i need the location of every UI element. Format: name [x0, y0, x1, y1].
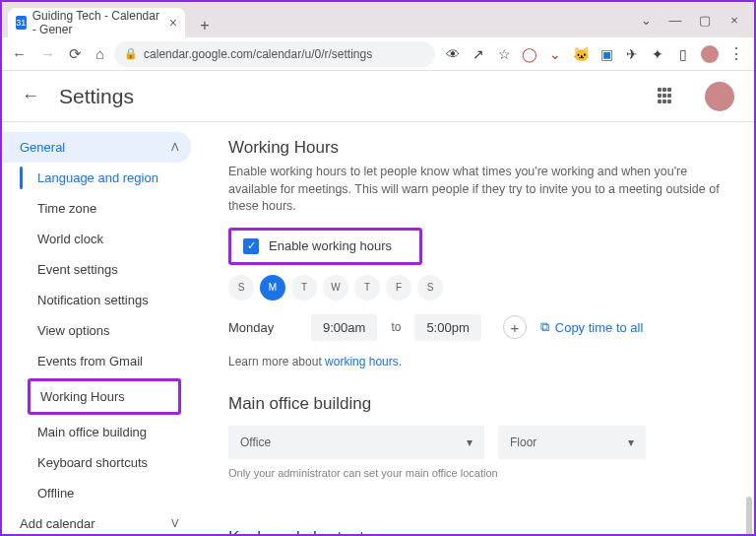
day-tue[interactable]: T [291, 275, 317, 301]
browser-address-bar: ← → ⟳ ⌂ 🔒 calendar.google.com/calendar/u… [2, 37, 754, 71]
day-wed[interactable]: W [323, 275, 348, 301]
day-thu[interactable]: T [354, 275, 380, 301]
extension-icon[interactable]: ▣ [598, 46, 614, 62]
sidebar-label: General [20, 140, 65, 155]
new-tab-button[interactable]: + [193, 14, 217, 37]
chevron-down-icon[interactable]: ⌄ [638, 13, 654, 28]
sidebar-item-keyboard-shortcuts[interactable]: Keyboard shortcuts [2, 447, 191, 478]
settings-main: Working Hours Enable working hours to le… [199, 122, 754, 534]
browser-tab[interactable]: 31 Guiding Tech - Calendar - Gener × [8, 8, 185, 37]
checkbox-label: Enable working hours [269, 238, 392, 253]
dropdown-icon: ▾ [467, 436, 472, 449]
day-picker: S M T W T F S [228, 275, 724, 301]
reload-icon[interactable]: ⟳ [69, 45, 82, 63]
scrollbar-thumb[interactable] [746, 497, 752, 536]
calendar-favicon-icon: 31 [16, 16, 27, 30]
sidebar-item-language[interactable]: Language and region [2, 163, 191, 193]
floor-select[interactable]: Floor ▾ [498, 426, 646, 459]
sidebar-item-event-settings[interactable]: Event settings [2, 254, 191, 285]
eye-icon[interactable]: 👁 [445, 46, 461, 62]
start-time-input[interactable]: 9:00am [311, 314, 377, 341]
sidebar-section-add-calendar[interactable]: Add calendar ᐯ [2, 508, 191, 534]
time-to-label: to [391, 320, 401, 334]
star-icon[interactable]: ☆ [496, 46, 512, 62]
enable-working-hours-checkbox[interactable]: ✓ Enable working hours [233, 233, 402, 260]
end-time-input[interactable]: 5:00pm [414, 314, 480, 341]
pocket-extension-icon[interactable]: ⌄ [547, 46, 563, 62]
sidebar-item-offline[interactable]: Offline [2, 478, 191, 508]
sidebar-item-working-hours[interactable]: Working Hours [31, 381, 178, 412]
day-mon[interactable]: M [260, 275, 285, 301]
settings-header: ← Settings [2, 71, 754, 122]
settings-sidebar: General ᐱ Language and region Time zone … [2, 122, 199, 534]
sidebar-item-notification[interactable]: Notification settings [2, 285, 191, 315]
back-icon[interactable]: ← [12, 45, 27, 62]
day-sun[interactable]: S [228, 275, 254, 301]
chevron-up-icon: ᐱ [171, 141, 179, 154]
section-title-working-hours: Working Hours [228, 138, 724, 158]
checkbox-checked-icon: ✓ [243, 238, 259, 254]
minimize-icon[interactable]: — [667, 13, 683, 28]
share-icon[interactable]: ↗ [471, 46, 486, 62]
sidebar-item-world-clock[interactable]: World clock [2, 224, 191, 254]
day-sat[interactable]: S [417, 275, 443, 301]
extension-icon[interactable]: 🐱 [573, 46, 589, 62]
day-name: Monday [228, 320, 297, 335]
home-icon[interactable]: ⌂ [95, 45, 104, 62]
close-window-icon[interactable]: × [726, 13, 742, 28]
forward-icon[interactable]: → [40, 45, 55, 62]
opera-extension-icon[interactable]: ◯ [522, 46, 537, 62]
browser-menu-icon[interactable]: ⋮ [728, 44, 744, 63]
sidebar-item-view-options[interactable]: View options [2, 315, 191, 346]
lock-icon: 🔒 [124, 47, 138, 60]
back-arrow-icon[interactable]: ← [22, 86, 39, 106]
copy-time-button[interactable]: ⧉ Copy time to all [540, 319, 644, 335]
section-title-keyboard: Keyboard shortcuts [228, 528, 724, 535]
telegram-extension-icon[interactable]: ✈ [624, 46, 640, 62]
close-tab-icon[interactable]: × [169, 15, 177, 31]
section-title-office: Main office building [228, 394, 724, 414]
content: General ᐱ Language and region Time zone … [2, 122, 754, 534]
office-select[interactable]: Office ▾ [228, 426, 484, 459]
sidebar-item-timezone[interactable]: Time zone [2, 193, 191, 224]
tab-title: Guiding Tech - Calendar - Gener [32, 9, 163, 36]
extension-icons: 👁 ↗ ☆ ◯ ⌄ 🐱 ▣ ✈ ✦ ▯ ⋮ [445, 44, 744, 63]
working-hours-link[interactable]: working hours [325, 355, 399, 368]
window-controls: ⌄ — ▢ × [638, 2, 754, 37]
page-title: Settings [59, 85, 134, 108]
chevron-down-icon: ᐯ [171, 517, 179, 530]
working-hours-description: Enable working hours to let people know … [228, 164, 724, 216]
add-time-button[interactable]: + [503, 315, 527, 339]
maximize-icon[interactable]: ▢ [697, 13, 713, 28]
learn-more-text: Learn more about working hours. [228, 355, 724, 368]
account-avatar[interactable] [705, 82, 734, 111]
office-note: Only your administrator can set your mai… [228, 467, 724, 479]
browser-tab-strip: 31 Guiding Tech - Calendar - Gener × + ⌄… [2, 2, 754, 37]
url-text: calendar.google.com/calendar/u/0/r/setti… [144, 47, 372, 61]
apps-grid-icon[interactable] [658, 88, 675, 105]
sidebar-section-general[interactable]: General ᐱ [2, 132, 191, 163]
url-field[interactable]: 🔒 calendar.google.com/calendar/u/0/r/set… [114, 41, 435, 67]
sidepanel-icon[interactable]: ▯ [675, 46, 691, 62]
copy-icon: ⧉ [540, 319, 549, 335]
sidebar-item-events-gmail[interactable]: Events from Gmail [2, 346, 191, 376]
sidebar-item-main-office[interactable]: Main office building [2, 417, 191, 447]
working-hours-row: Monday 9:00am to 5:00pm + ⧉ Copy time to… [228, 314, 724, 341]
extensions-puzzle-icon[interactable]: ✦ [650, 46, 665, 62]
dropdown-icon: ▾ [628, 436, 634, 449]
profile-avatar-icon[interactable] [701, 45, 719, 63]
day-fri[interactable]: F [386, 275, 411, 301]
sidebar-label: Add calendar [20, 516, 95, 531]
